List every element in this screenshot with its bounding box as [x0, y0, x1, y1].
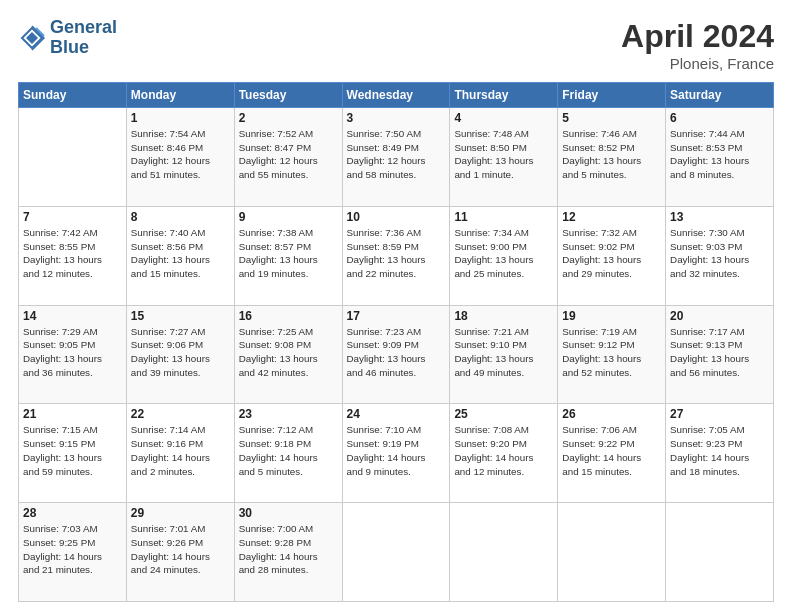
weekday-header-wednesday: Wednesday [342, 83, 450, 108]
day-info: Sunrise: 7:25 AM Sunset: 9:08 PM Dayligh… [239, 325, 338, 380]
day-number: 27 [670, 407, 769, 421]
logo-line2: Blue [50, 38, 117, 58]
day-number: 23 [239, 407, 338, 421]
day-info: Sunrise: 7:17 AM Sunset: 9:13 PM Dayligh… [670, 325, 769, 380]
day-info: Sunrise: 7:44 AM Sunset: 8:53 PM Dayligh… [670, 127, 769, 182]
calendar-cell: 3Sunrise: 7:50 AM Sunset: 8:49 PM Daylig… [342, 108, 450, 207]
calendar-cell: 4Sunrise: 7:48 AM Sunset: 8:50 PM Daylig… [450, 108, 558, 207]
day-info: Sunrise: 7:01 AM Sunset: 9:26 PM Dayligh… [131, 522, 230, 577]
calendar-cell: 13Sunrise: 7:30 AM Sunset: 9:03 PM Dayli… [666, 206, 774, 305]
weekday-header-tuesday: Tuesday [234, 83, 342, 108]
day-info: Sunrise: 7:32 AM Sunset: 9:02 PM Dayligh… [562, 226, 661, 281]
day-number: 18 [454, 309, 553, 323]
day-number: 9 [239, 210, 338, 224]
day-number: 14 [23, 309, 122, 323]
weekday-header-saturday: Saturday [666, 83, 774, 108]
week-row-2: 14Sunrise: 7:29 AM Sunset: 9:05 PM Dayli… [19, 305, 774, 404]
day-number: 7 [23, 210, 122, 224]
day-info: Sunrise: 7:19 AM Sunset: 9:12 PM Dayligh… [562, 325, 661, 380]
day-info: Sunrise: 7:08 AM Sunset: 9:20 PM Dayligh… [454, 423, 553, 478]
weekday-header-friday: Friday [558, 83, 666, 108]
day-number: 1 [131, 111, 230, 125]
calendar-cell: 22Sunrise: 7:14 AM Sunset: 9:16 PM Dayli… [126, 404, 234, 503]
day-number: 29 [131, 506, 230, 520]
logo: General Blue [18, 18, 117, 58]
calendar-cell: 6Sunrise: 7:44 AM Sunset: 8:53 PM Daylig… [666, 108, 774, 207]
calendar-cell: 1Sunrise: 7:54 AM Sunset: 8:46 PM Daylig… [126, 108, 234, 207]
calendar-cell [558, 503, 666, 602]
day-number: 6 [670, 111, 769, 125]
day-info: Sunrise: 7:06 AM Sunset: 9:22 PM Dayligh… [562, 423, 661, 478]
day-number: 22 [131, 407, 230, 421]
day-info: Sunrise: 7:42 AM Sunset: 8:55 PM Dayligh… [23, 226, 122, 281]
day-info: Sunrise: 7:03 AM Sunset: 9:25 PM Dayligh… [23, 522, 122, 577]
day-info: Sunrise: 7:05 AM Sunset: 9:23 PM Dayligh… [670, 423, 769, 478]
calendar-cell: 24Sunrise: 7:10 AM Sunset: 9:19 PM Dayli… [342, 404, 450, 503]
svg-marker-2 [26, 32, 38, 44]
day-number: 12 [562, 210, 661, 224]
logo-line1: General [50, 18, 117, 38]
title-month: April 2024 [621, 18, 774, 55]
day-info: Sunrise: 7:00 AM Sunset: 9:28 PM Dayligh… [239, 522, 338, 577]
day-number: 3 [347, 111, 446, 125]
day-info: Sunrise: 7:15 AM Sunset: 9:15 PM Dayligh… [23, 423, 122, 478]
day-number: 10 [347, 210, 446, 224]
week-row-1: 7Sunrise: 7:42 AM Sunset: 8:55 PM Daylig… [19, 206, 774, 305]
title-block: April 2024 Ploneis, France [621, 18, 774, 72]
calendar-cell: 2Sunrise: 7:52 AM Sunset: 8:47 PM Daylig… [234, 108, 342, 207]
calendar-cell: 14Sunrise: 7:29 AM Sunset: 9:05 PM Dayli… [19, 305, 127, 404]
day-number: 30 [239, 506, 338, 520]
day-info: Sunrise: 7:46 AM Sunset: 8:52 PM Dayligh… [562, 127, 661, 182]
week-row-3: 21Sunrise: 7:15 AM Sunset: 9:15 PM Dayli… [19, 404, 774, 503]
calendar-cell: 5Sunrise: 7:46 AM Sunset: 8:52 PM Daylig… [558, 108, 666, 207]
title-location: Ploneis, France [621, 55, 774, 72]
logo-icon [18, 24, 46, 52]
day-number: 15 [131, 309, 230, 323]
calendar-cell: 19Sunrise: 7:19 AM Sunset: 9:12 PM Dayli… [558, 305, 666, 404]
calendar-cell: 7Sunrise: 7:42 AM Sunset: 8:55 PM Daylig… [19, 206, 127, 305]
day-number: 21 [23, 407, 122, 421]
day-number: 25 [454, 407, 553, 421]
day-number: 17 [347, 309, 446, 323]
day-number: 11 [454, 210, 553, 224]
weekday-row: SundayMondayTuesdayWednesdayThursdayFrid… [19, 83, 774, 108]
day-info: Sunrise: 7:12 AM Sunset: 9:18 PM Dayligh… [239, 423, 338, 478]
weekday-header-monday: Monday [126, 83, 234, 108]
calendar-cell: 25Sunrise: 7:08 AM Sunset: 9:20 PM Dayli… [450, 404, 558, 503]
day-info: Sunrise: 7:23 AM Sunset: 9:09 PM Dayligh… [347, 325, 446, 380]
calendar-body: 1Sunrise: 7:54 AM Sunset: 8:46 PM Daylig… [19, 108, 774, 602]
day-number: 5 [562, 111, 661, 125]
calendar-cell: 8Sunrise: 7:40 AM Sunset: 8:56 PM Daylig… [126, 206, 234, 305]
calendar-cell: 12Sunrise: 7:32 AM Sunset: 9:02 PM Dayli… [558, 206, 666, 305]
weekday-header-thursday: Thursday [450, 83, 558, 108]
calendar-cell: 29Sunrise: 7:01 AM Sunset: 9:26 PM Dayli… [126, 503, 234, 602]
calendar-cell: 30Sunrise: 7:00 AM Sunset: 9:28 PM Dayli… [234, 503, 342, 602]
day-number: 16 [239, 309, 338, 323]
day-info: Sunrise: 7:30 AM Sunset: 9:03 PM Dayligh… [670, 226, 769, 281]
day-info: Sunrise: 7:27 AM Sunset: 9:06 PM Dayligh… [131, 325, 230, 380]
calendar-cell: 17Sunrise: 7:23 AM Sunset: 9:09 PM Dayli… [342, 305, 450, 404]
header: General Blue April 2024 Ploneis, France [18, 18, 774, 72]
day-info: Sunrise: 7:40 AM Sunset: 8:56 PM Dayligh… [131, 226, 230, 281]
calendar-cell [342, 503, 450, 602]
day-info: Sunrise: 7:29 AM Sunset: 9:05 PM Dayligh… [23, 325, 122, 380]
day-number: 13 [670, 210, 769, 224]
weekday-header-sunday: Sunday [19, 83, 127, 108]
day-info: Sunrise: 7:38 AM Sunset: 8:57 PM Dayligh… [239, 226, 338, 281]
day-number: 20 [670, 309, 769, 323]
calendar-cell [19, 108, 127, 207]
day-info: Sunrise: 7:50 AM Sunset: 8:49 PM Dayligh… [347, 127, 446, 182]
day-number: 26 [562, 407, 661, 421]
day-info: Sunrise: 7:54 AM Sunset: 8:46 PM Dayligh… [131, 127, 230, 182]
calendar-cell: 10Sunrise: 7:36 AM Sunset: 8:59 PM Dayli… [342, 206, 450, 305]
calendar-cell: 23Sunrise: 7:12 AM Sunset: 9:18 PM Dayli… [234, 404, 342, 503]
day-info: Sunrise: 7:36 AM Sunset: 8:59 PM Dayligh… [347, 226, 446, 281]
calendar-cell [666, 503, 774, 602]
day-info: Sunrise: 7:21 AM Sunset: 9:10 PM Dayligh… [454, 325, 553, 380]
day-info: Sunrise: 7:10 AM Sunset: 9:19 PM Dayligh… [347, 423, 446, 478]
calendar-cell [450, 503, 558, 602]
calendar-cell: 11Sunrise: 7:34 AM Sunset: 9:00 PM Dayli… [450, 206, 558, 305]
day-number: 4 [454, 111, 553, 125]
calendar-cell: 15Sunrise: 7:27 AM Sunset: 9:06 PM Dayli… [126, 305, 234, 404]
day-number: 28 [23, 506, 122, 520]
